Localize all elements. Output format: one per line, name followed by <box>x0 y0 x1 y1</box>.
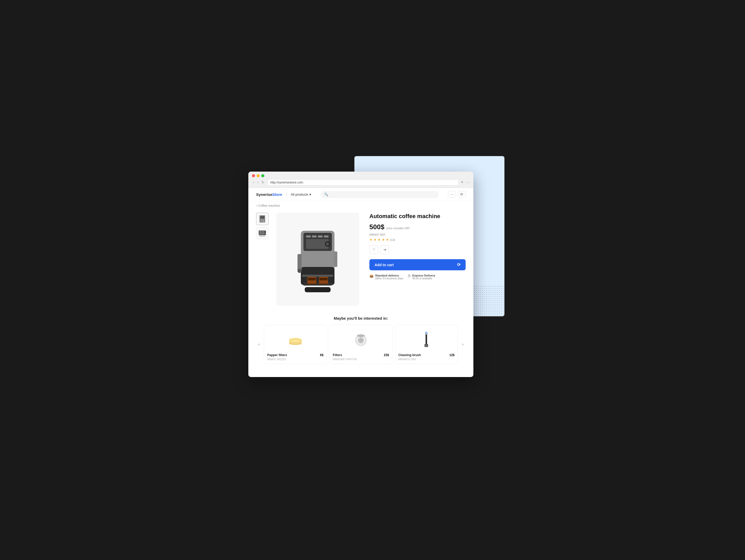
carousel-prev-button[interactable]: ‹ <box>256 341 262 348</box>
wishlist-button[interactable]: ♡ <box>369 245 378 254</box>
star-1: ★ <box>369 238 372 242</box>
refresh-button[interactable]: ↻ <box>260 180 265 185</box>
svg-rect-28 <box>307 283 317 284</box>
breadcrumb-label[interactable]: Coffee machine <box>258 204 280 208</box>
minimize-button[interactable] <box>257 174 260 177</box>
svg-rect-18 <box>324 236 328 238</box>
svg-rect-30 <box>318 283 328 284</box>
rec-item-1-price: 6$ <box>320 353 323 357</box>
more-button[interactable]: ··· <box>465 180 470 185</box>
logo-text: Synerise <box>256 192 272 197</box>
svg-rect-17 <box>318 236 323 238</box>
search-icon: 🔍 <box>324 193 328 197</box>
svg-point-3 <box>262 220 263 221</box>
breadcrumb-arrow: ‹ <box>256 204 257 208</box>
search-input[interactable] <box>330 193 435 197</box>
svg-rect-8 <box>259 233 261 234</box>
svg-rect-5 <box>259 231 266 235</box>
action-icons: ♡ ⇥ <box>369 245 465 254</box>
product-section: Automatic coffee machine 500$ price incl… <box>256 210 465 308</box>
address-bar[interactable]: http://synerisestore.com <box>267 179 459 185</box>
rec-item-1-name: Papper filters <box>267 353 287 357</box>
cart-button[interactable]: ⟳ <box>458 191 465 198</box>
rec-item-2-price: 23$ <box>384 353 389 357</box>
standard-delivery: 📦 Standard delivery within 3-6 business … <box>369 274 403 280</box>
breadcrumb: ‹ Coffee machine <box>256 201 465 210</box>
back-button[interactable]: ‹ <box>252 180 255 185</box>
svg-rect-15 <box>306 236 311 238</box>
review-count: (13) <box>390 238 395 241</box>
add-to-cart-label: Add to cart <box>375 263 394 267</box>
svg-rect-44 <box>425 333 427 345</box>
more-options-button[interactable]: ··· <box>448 191 456 198</box>
product-details: Automatic coffee machine 500$ price incl… <box>367 213 465 306</box>
dot-pattern <box>474 285 505 316</box>
close-button[interactable] <box>252 174 255 177</box>
carousel-next-button[interactable]: › <box>460 341 465 348</box>
coffee-machine-illustration <box>289 220 346 298</box>
svg-point-51 <box>425 331 427 334</box>
price-vat-label: price includes VAT <box>386 226 410 230</box>
rec-item-2-image <box>333 328 389 351</box>
chevron-down-icon: ▾ <box>310 193 311 197</box>
stars-row: ★ ★ ★ ★ ★ (13) <box>369 238 465 242</box>
svg-rect-6 <box>259 231 262 233</box>
product-price-row: 500$ price includes VAT <box>369 223 465 231</box>
store-logo[interactable]: SyneriseStore <box>256 192 282 197</box>
all-products-link[interactable]: All products ▾ <box>291 193 311 197</box>
thumbnail-2[interactable] <box>256 227 268 240</box>
express-delivery-icon: ⏱ <box>408 274 411 278</box>
nav-buttons: ‹ › ↻ <box>252 180 265 185</box>
rec-item-3-sku: WM4AF57-89X <box>398 358 454 361</box>
maximize-button[interactable] <box>261 174 264 177</box>
delivery-info: 📦 Standard delivery within 3-6 business … <box>369 274 465 280</box>
svg-rect-25 <box>302 275 333 277</box>
express-delivery-sub: 96.00 zł available <box>412 277 435 280</box>
thumbnail-list <box>256 213 268 306</box>
recommendations-title: Maybe you'll be interested in: <box>256 316 465 320</box>
svg-rect-31 <box>308 278 316 280</box>
forward-button[interactable]: › <box>256 180 259 185</box>
rec-item-3-name: Cleaning brush <box>398 353 421 357</box>
star-4: ★ <box>382 238 385 242</box>
rec-item-1-header: Papper filters 6$ <box>267 353 323 357</box>
rec-items-list: Papper filters 6$ WM457-99232X <box>264 324 458 364</box>
svg-rect-43 <box>357 335 365 337</box>
thumbnail-1[interactable] <box>256 213 268 225</box>
nav-divider <box>286 192 287 197</box>
store-navbar: SyneriseStore All products ▾ 🔍 ··· ⟳ <box>248 188 474 201</box>
nav-actions: ··· ⟳ <box>448 191 465 198</box>
svg-rect-33 <box>305 287 331 292</box>
browser-toolbar: ‹ › ↻ http://synerisestore.com + ··· <box>252 179 470 187</box>
rec-item-2-header: Filters 23$ <box>333 353 389 357</box>
rec-item-3-price: 12$ <box>449 353 454 357</box>
star-3: ★ <box>378 238 381 242</box>
rec-item-1-image <box>267 328 323 351</box>
product-title: Automatic coffee machine <box>369 213 465 220</box>
svg-rect-9 <box>261 233 263 234</box>
traffic-lights <box>252 174 470 177</box>
rec-item-2[interactable]: Filters 23$ WM4534F7-9HYY9X <box>329 324 392 364</box>
rec-item-2-name: Filters <box>333 353 342 357</box>
rec-item-3[interactable]: Cleaning brush 12$ WM4AF57-89X <box>395 324 458 364</box>
svg-point-21 <box>326 242 329 245</box>
standard-delivery-label: Standard delivery <box>375 274 403 277</box>
new-tab-button[interactable]: + <box>461 180 463 185</box>
page-content: ‹ Coffee machine <box>248 201 474 377</box>
express-delivery: ⏱ Express Delivery 96.00 zł available <box>408 274 435 280</box>
cart-rotate-icon: ⟳ <box>457 262 460 267</box>
star-2: ★ <box>374 238 377 242</box>
product-main-image <box>276 213 359 306</box>
search-box[interactable]: 🔍 <box>321 191 439 198</box>
share-button[interactable]: ⇥ <box>380 245 389 254</box>
all-products-label: All products <box>291 193 309 197</box>
svg-rect-7 <box>262 231 264 233</box>
standard-delivery-sub: within 3-6 business days <box>375 277 403 280</box>
browser-window: ‹ › ↻ http://synerisestore.com + ··· Syn… <box>248 172 474 377</box>
rec-carousel: ‹ <box>256 324 465 364</box>
add-to-cart-button[interactable]: Add to cart ⟳ <box>369 259 465 270</box>
rec-item-1[interactable]: Papper filters 6$ WM457-99232X <box>264 324 327 364</box>
recommendations-section: Maybe you'll be interested in: ‹ <box>256 308 465 367</box>
rec-item-3-header: Cleaning brush 12$ <box>398 353 454 357</box>
svg-rect-24 <box>334 251 337 267</box>
